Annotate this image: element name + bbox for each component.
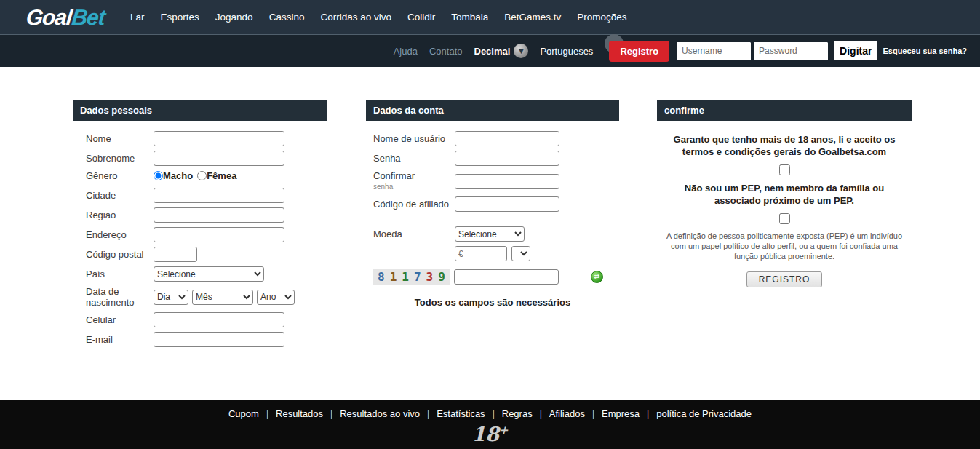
odds-format-dropdown[interactable]: Decimal ▼ [474,44,529,58]
affiliate-code-input[interactable] [455,196,559,212]
captcha-digit: 7 [414,270,421,284]
help-link[interactable]: Ajuda [394,46,418,57]
nav-item[interactable]: Promoções [569,7,634,27]
footer-link[interactable]: Resultados ao vivo [332,408,427,419]
footer-link[interactable]: Regras [495,408,540,419]
gender-female-label: Fêmea [207,170,236,181]
main-nav: LarEsportesJogandoCassinoCorridas ao viv… [122,7,635,27]
contact-link[interactable]: Contato [429,46,463,57]
confirm-header: confirme [657,100,912,121]
dob-year-select[interactable]: Ano [257,290,295,305]
age-terms-checkbox[interactable] [779,164,790,175]
gender-male-label: Macho [163,170,193,181]
country-label: País [86,269,154,279]
register-button-wrap: Registro [609,41,669,62]
logo-goal-text: Goal [25,5,73,29]
footer-link-item: política de Privacidade [647,408,759,419]
postal-code-label: Código postal [86,249,154,260]
nav-item[interactable]: Corridas ao vivo [312,7,399,27]
goalbet-logo[interactable]: GoalBet [25,5,106,30]
mobile-input[interactable] [154,312,284,327]
footer-link[interactable]: Afiliados [542,408,592,419]
forgot-password-link[interactable]: Esqueceu sua senha? [883,47,967,55]
gender-male-radio[interactable] [154,171,163,180]
submit-registration-button[interactable]: REGISTRO [746,271,822,287]
email-label: E-mail [86,334,154,345]
birth-date-label: Data de nascimento [86,286,154,308]
top-navigation-bar: GoalBet LarEsportesJogandoCassinoCorrida… [0,0,980,34]
account-password-label: Senha [373,153,455,164]
confirm-password-label: Confirmarsenha [373,170,455,192]
gender-label: Gênero [86,170,154,181]
nav-item[interactable]: Colidir [399,7,443,27]
pep-checkbox[interactable] [779,213,790,224]
footer-link[interactable]: Cupom [221,408,266,419]
last-name-input[interactable] [154,151,284,166]
footer-link[interactable]: Resultados [268,408,330,419]
city-input[interactable] [154,188,284,203]
footer-links: CupomResultadosResultados ao vivoEstatís… [221,408,759,419]
account-data-panel: Dados da conta Nome de usuário Senha Con… [366,100,619,308]
nav-item[interactable]: Lar [122,7,153,27]
confirm-password-sublabel: senha [373,181,455,192]
account-password-input[interactable] [455,151,559,166]
personal-data-panel: Dados pessoais Nome Sobrenome Gênero Mac… [73,100,327,351]
registration-page-body: Dados pessoais Nome Sobrenome Gênero Mac… [0,67,980,400]
nav-item[interactable]: Esportes [153,7,207,27]
confirm-password-input[interactable] [455,174,559,189]
footer-link-item: Cupom [221,408,266,419]
footer: CupomResultadosResultados ao vivoEstatís… [0,400,980,449]
currency-unit-select[interactable] [511,246,530,261]
login-button[interactable]: Digitar [834,41,877,60]
city-label: Cidade [86,190,154,201]
logo-bet-text: Bet [71,5,106,29]
footer-link-item: Resultados ao vivo [330,408,427,419]
nav-item[interactable]: BetGames.tv [496,7,569,27]
affiliate-code-label: Código de afiliado [373,199,455,210]
region-label: Região [86,210,154,220]
captcha-input[interactable] [454,269,559,285]
required-fields-note: Todos os campos são necessários [366,297,619,308]
age-terms-text: Garanto que tenho mais de 18 anos, li e … [657,133,912,158]
footer-link[interactable]: política de Privacidade [649,408,759,419]
currency-symbol-input[interactable] [455,246,507,261]
email-input[interactable] [154,332,284,347]
footer-link[interactable]: Estatísticas [429,408,492,419]
dob-month-select[interactable]: Mês [192,290,253,305]
footer-link-item: Regras [493,408,540,419]
mobile-label: Celular [86,314,154,325]
postal-code-input[interactable] [154,247,197,262]
address-input[interactable] [154,227,284,242]
pep-statement-text: Não sou um PEP, nem membro da família ou… [657,182,912,207]
gender-female-radio[interactable] [197,171,207,180]
currency-label: Moeda [373,229,455,239]
nav-item[interactable]: Cassino [261,7,313,27]
captcha-refresh-icon[interactable]: ⇄ [591,271,603,283]
chevron-down-icon: ▼ [514,44,528,58]
captcha-image: 811739 [373,269,450,285]
footer-link-item: Afiliados [540,408,592,419]
account-username-input[interactable] [455,131,559,146]
region-input[interactable] [154,207,284,223]
nav-item[interactable]: Tombala [443,7,496,27]
footer-link[interactable]: Empresa [594,408,647,419]
last-name-label: Sobrenome [86,153,154,164]
captcha-digit: 9 [438,270,445,284]
account-username-label: Nome de usuário [373,133,455,144]
captcha-digit: 1 [402,270,409,284]
password-input[interactable] [754,42,828,60]
odds-format-label: Decimal [474,46,511,57]
language-selector[interactable]: Portugueses [540,46,593,57]
country-select[interactable]: Selecione [154,266,264,282]
first-name-input[interactable] [154,131,284,146]
age-18-plus-badge: 18+ [0,423,980,445]
account-bar: Ajuda Contato Decimal ▼ Portugueses Regi… [0,34,980,67]
nav-item[interactable]: Jogando [207,7,261,27]
register-button[interactable]: Registro [609,41,669,62]
username-input[interactable] [677,42,751,60]
pep-definition-note: A definição de pessoa politicamente expo… [657,231,912,261]
captcha-digit: 3 [426,270,434,284]
footer-link-item: Resultados [266,408,330,419]
dob-day-select[interactable]: Dia [154,290,188,305]
currency-select[interactable]: Selecione [455,226,525,242]
